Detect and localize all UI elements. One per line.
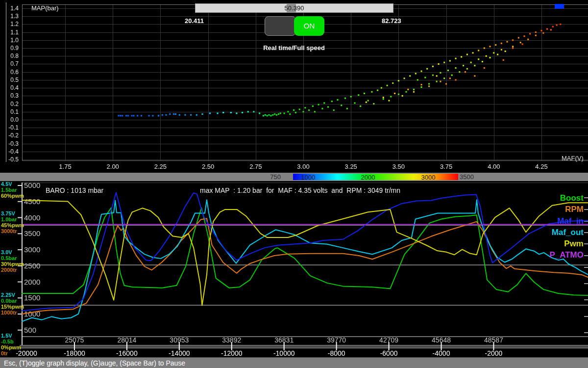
toggle-on-button[interactable]: ON [294, 16, 324, 36]
rpm-colorbar: 750 100020003000 3500 [0, 173, 588, 181]
left-axis-label: 3000tr [1, 228, 17, 234]
toggle-caption: Real time/Full speed [255, 44, 333, 52]
left-axis-label: 2.25V [1, 292, 15, 298]
legend-boost: Boost [560, 193, 584, 203]
colorbar-tick-label: 3000 [421, 174, 436, 181]
left-axis-label: 4.5V [1, 181, 12, 187]
colorbar-gradient: 100020003000 [293, 174, 458, 180]
colorbar-tick-label: 1000 [301, 174, 316, 181]
status-help-text: Esc, (T)oggle graph display, (G)auge, (S… [4, 359, 185, 367]
baro-readout: BARO : 1013 mbar [46, 186, 103, 194]
slider-min-value: 20.411 [185, 17, 204, 25]
left-axis-label: 1.5bar [1, 187, 17, 193]
left-axis-label: 60%pwm [1, 193, 24, 199]
left-axis-label: 0.5bar [1, 255, 17, 261]
left-axis-label: 1.0bar [1, 216, 17, 222]
value-slider[interactable]: 50.390 [195, 3, 393, 13]
maf-axis-label: MAF(V) [562, 155, 584, 162]
left-axis-label: 0.0bar [1, 298, 17, 304]
status-bar: Esc, (T)oggle graph display, (G)auge, (S… [0, 357, 588, 368]
legend-rpm: RPM [565, 205, 584, 214]
max-map-readout: max MAP : 1.20 bar for MAF : 4.35 volts … [200, 186, 400, 194]
legend-maf-out: Maf_out [552, 228, 584, 237]
left-axis-label: 45%pwm [1, 222, 24, 228]
legend-maf-in: Maf_in [557, 216, 584, 226]
slider-value: 50.390 [196, 4, 393, 12]
left-axis-label: 1.5V [1, 333, 12, 339]
left-axis-label: 3.0V [1, 249, 12, 255]
timeseries-canvas [0, 181, 588, 357]
left-axis-label: 15%pwm [1, 304, 24, 310]
legend-pwm: Pwm [564, 239, 584, 249]
scatter-title: MAP(bar) [31, 4, 59, 12]
colorbar-max-label: 3500 [460, 173, 474, 181]
left-axis-label: 0%pwm [1, 344, 21, 350]
left-axis-label: 0tr [1, 350, 8, 356]
left-axis-label: 2000tr [1, 267, 17, 273]
left-axis-label: 3.75V [1, 210, 15, 216]
colorbar-min-label: 750 [270, 173, 281, 181]
left-axis-label: 30%pwm [1, 261, 24, 267]
legend-p-atmo: P_ATMO [549, 250, 584, 260]
left-axis-label: -0.5b [1, 339, 14, 344]
left-axis-label: 1000tr [1, 310, 17, 315]
toggle-off-half[interactable] [265, 16, 296, 36]
slider-max-value: 82.723 [382, 17, 401, 25]
blue-indicator [555, 4, 564, 9]
colorbar-tick-label: 2000 [361, 174, 375, 181]
